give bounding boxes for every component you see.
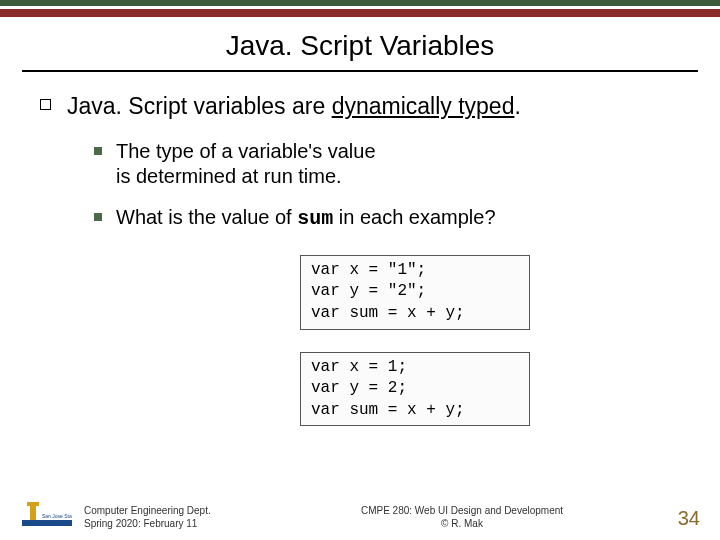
svg-text:San Jose State: San Jose State: [42, 513, 72, 519]
footer-left: Computer Engineering Dept. Spring 2020: …: [84, 504, 264, 530]
bullet-level2: The type of a variable's value is determ…: [94, 139, 680, 189]
footer-center: CMPE 280: Web UI Design and Development …: [264, 504, 660, 530]
slide-footer: San Jose State Computer Engineering Dept…: [0, 500, 720, 530]
sub2-mono: sum: [297, 207, 333, 230]
main-point-post: .: [514, 93, 520, 119]
svg-rect-0: [22, 520, 72, 526]
sub-point-2: What is the value of sum in each example…: [116, 205, 496, 231]
open-square-bullet-icon: [40, 99, 51, 110]
main-point-underlined: dynamically typed: [332, 93, 515, 119]
sub1-line1: The type of a variable's value: [116, 140, 376, 162]
slide-title: Java. Script Variables: [22, 30, 698, 72]
svg-rect-1: [30, 504, 36, 520]
sub1-line2: is determined at run time.: [116, 165, 342, 187]
main-point-text: Java. Script variables are dynamically t…: [67, 92, 521, 121]
code-example-2: var x = 1; var y = 2; var sum = x + y;: [300, 352, 530, 427]
bullet-level2: What is the value of sum in each example…: [94, 205, 680, 231]
footer-course: CMPE 280: Web UI Design and Development: [264, 504, 660, 517]
code-example-1: var x = "1"; var y = "2"; var sum = x + …: [300, 255, 530, 330]
sub2-pre: What is the value of: [116, 206, 297, 228]
sub2-post: in each example?: [333, 206, 495, 228]
footer-dept: Computer Engineering Dept.: [84, 504, 264, 517]
main-point-pre: Java. Script variables are: [67, 93, 332, 119]
slide-body: Java. Script variables are dynamically t…: [40, 92, 680, 440]
svg-rect-2: [27, 502, 39, 506]
sub-point-1: The type of a variable's value is determ…: [116, 139, 376, 189]
page-number: 34: [660, 507, 700, 530]
sjsu-logo-icon: San Jose State: [20, 500, 74, 530]
filled-square-bullet-icon: [94, 147, 102, 155]
bullet-level1: Java. Script variables are dynamically t…: [40, 92, 680, 121]
footer-copyright: © R. Mak: [264, 517, 660, 530]
filled-square-bullet-icon: [94, 213, 102, 221]
footer-date: Spring 2020: February 11: [84, 517, 264, 530]
top-accent-bars: [0, 0, 720, 17]
